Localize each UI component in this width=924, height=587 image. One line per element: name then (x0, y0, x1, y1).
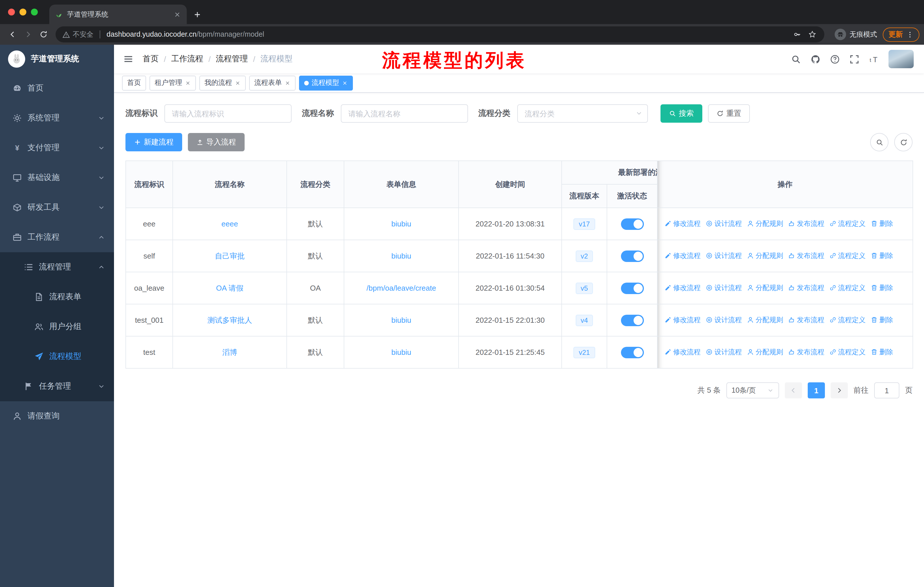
tag-2[interactable]: 我的流程 (200, 75, 246, 90)
process-name-link[interactable]: 测试多审批人 (207, 316, 252, 324)
new-tab-button[interactable] (194, 11, 201, 18)
font-size-icon[interactable]: tT (869, 54, 879, 64)
action-publish[interactable]: 发布流程 (788, 251, 824, 261)
action-design[interactable]: 设计流程 (706, 251, 742, 261)
active-toggle[interactable] (621, 218, 644, 230)
refresh-table-button[interactable] (894, 133, 912, 151)
action-definition[interactable]: 流程定义 (830, 219, 866, 229)
process-name-link[interactable]: 滔博 (222, 348, 237, 356)
sidebar-item-task-mgmt[interactable]: 任务管理 (0, 372, 114, 401)
page-size-select[interactable]: 10条/页 (726, 382, 779, 398)
close-window-button[interactable] (8, 8, 15, 15)
reset-button[interactable]: 重置 (708, 104, 750, 123)
action-assign[interactable]: 分配规则 (747, 283, 783, 293)
search-button[interactable]: 搜索 (660, 104, 702, 123)
close-icon[interactable] (285, 80, 290, 86)
process-name-link[interactable]: 自己审批 (215, 251, 244, 260)
action-definition[interactable]: 流程定义 (830, 251, 866, 261)
tag-1[interactable]: 租户管理 (150, 75, 196, 90)
sidebar-item-payment[interactable]: ¥支付管理 (0, 133, 114, 163)
goto-page-input[interactable] (874, 382, 899, 398)
breadcrumb-item[interactable]: 流程管理 (216, 54, 248, 64)
tab-close-icon[interactable] (173, 11, 181, 18)
github-icon[interactable] (810, 54, 820, 64)
browser-menu-icon[interactable] (906, 31, 914, 38)
breadcrumb-item[interactable]: 工作流程 (171, 54, 203, 64)
form-link[interactable]: biubiu (391, 316, 411, 324)
action-definition[interactable]: 流程定义 (830, 283, 866, 293)
hamburger-icon[interactable] (114, 54, 143, 64)
form-link[interactable]: biubiu (391, 348, 411, 357)
action-edit[interactable]: 修改流程 (665, 283, 701, 293)
sidebar-item-devtools[interactable]: 研发工具 (0, 193, 114, 222)
zoom-window-button[interactable] (31, 8, 38, 15)
action-design[interactable]: 设计流程 (706, 315, 742, 325)
form-link[interactable]: biubiu (391, 220, 411, 228)
active-toggle[interactable] (621, 314, 644, 326)
fullscreen-icon[interactable] (850, 54, 859, 64)
action-edit[interactable]: 修改流程 (665, 219, 701, 229)
action-publish[interactable]: 发布流程 (788, 219, 824, 229)
browser-tab[interactable]: 芋道管理系统 (49, 5, 187, 24)
header-search-icon[interactable] (791, 54, 801, 64)
close-icon[interactable] (342, 80, 348, 86)
breadcrumb-item[interactable]: 首页 (143, 54, 159, 64)
page-number-current[interactable]: 1 (808, 382, 825, 398)
reload-button[interactable] (36, 26, 51, 42)
action-publish[interactable]: 发布流程 (788, 283, 824, 293)
security-chip[interactable]: 不安全 (63, 30, 93, 39)
forward-button[interactable] (20, 26, 36, 42)
sidebar-item-leave-query[interactable]: 请假查询 (0, 401, 114, 431)
form-link[interactable]: biubiu (391, 251, 411, 260)
sidebar-item-process-mgmt[interactable]: 流程管理 (0, 252, 114, 282)
action-design[interactable]: 设计流程 (706, 219, 742, 229)
action-delete[interactable]: 删除 (871, 315, 893, 325)
filter-key-input[interactable] (164, 104, 292, 123)
action-design[interactable]: 设计流程 (706, 347, 742, 357)
bookmark-star-icon[interactable] (808, 30, 816, 38)
active-toggle[interactable] (621, 250, 644, 262)
action-delete[interactable]: 删除 (871, 251, 893, 261)
action-assign[interactable]: 分配规则 (747, 251, 783, 261)
action-definition[interactable]: 流程定义 (830, 347, 866, 357)
action-edit[interactable]: 修改流程 (665, 315, 701, 325)
close-icon[interactable] (235, 80, 241, 86)
close-icon[interactable] (185, 80, 191, 86)
filter-name-input[interactable] (341, 104, 468, 123)
sidebar-item-home[interactable]: 首页 (0, 73, 114, 103)
action-delete[interactable]: 删除 (871, 347, 893, 357)
active-toggle[interactable] (621, 347, 644, 358)
action-assign[interactable]: 分配规则 (747, 315, 783, 325)
sidebar-item-process-form[interactable]: 流程表单 (0, 282, 114, 312)
active-toggle[interactable] (621, 282, 644, 294)
tag-3[interactable]: 流程表单 (249, 75, 295, 90)
address-bar[interactable]: 不安全 dashboard.yudao.iocoder.cn/bpm/manag… (56, 26, 824, 42)
process-name-link[interactable]: OA 请假 (216, 283, 243, 292)
app-logo[interactable]: 芋道管理系统 (0, 45, 114, 73)
process-name-link[interactable]: eeee (221, 220, 238, 228)
action-delete[interactable]: 删除 (871, 283, 893, 293)
avatar[interactable] (888, 50, 914, 68)
tag-4[interactable]: 流程模型 (299, 75, 353, 90)
action-assign[interactable]: 分配规则 (747, 347, 783, 357)
create-process-button[interactable]: 新建流程 (125, 133, 182, 151)
action-assign[interactable]: 分配规则 (747, 219, 783, 229)
action-delete[interactable]: 删除 (871, 219, 893, 229)
help-icon[interactable] (830, 54, 840, 64)
action-edit[interactable]: 修改流程 (665, 251, 701, 261)
minimize-window-button[interactable] (20, 8, 26, 15)
filter-category-input[interactable] (517, 104, 648, 123)
next-page-button[interactable] (831, 382, 848, 398)
filter-category-select[interactable] (517, 104, 648, 123)
update-chrome-button[interactable]: 更新 (883, 27, 919, 41)
form-link[interactable]: /bpm/oa/leave/create (366, 284, 436, 293)
toggle-search-button[interactable] (870, 133, 888, 151)
password-key-icon[interactable] (794, 30, 802, 38)
tag-0[interactable]: 首页 (122, 75, 146, 90)
action-definition[interactable]: 流程定义 (830, 315, 866, 325)
sidebar-item-workflow[interactable]: 工作流程 (0, 222, 114, 252)
sidebar-item-infrastructure[interactable]: 基础设施 (0, 163, 114, 193)
sidebar-item-process-model[interactable]: 流程模型 (0, 342, 114, 372)
prev-page-button[interactable] (785, 382, 802, 398)
action-publish[interactable]: 发布流程 (788, 347, 824, 357)
